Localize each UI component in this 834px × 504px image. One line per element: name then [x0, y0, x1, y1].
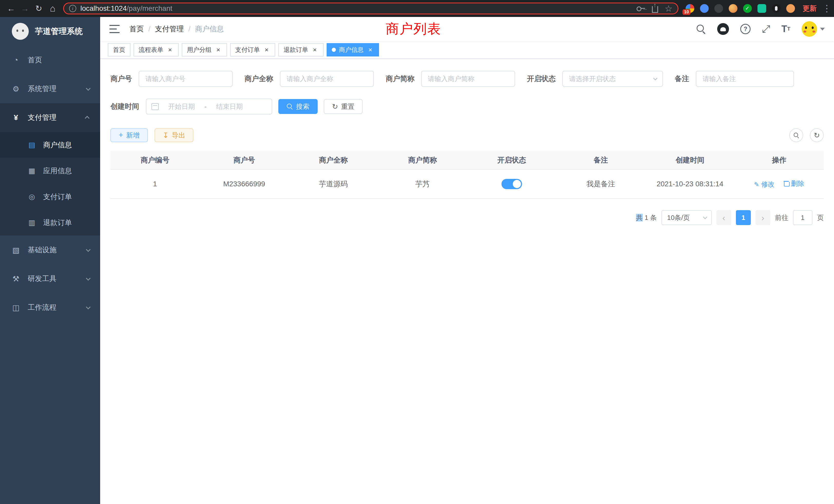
font-size-icon[interactable] — [781, 24, 790, 35]
search-icon[interactable] — [696, 24, 706, 34]
remark-input[interactable] — [696, 71, 794, 87]
cell-actions: 修改 删除 — [734, 169, 824, 199]
merchant-table: 商户编号 商户号 商户全称 商户简称 开启状态 备注 创建时间 操作 1 M23… — [110, 151, 824, 199]
close-icon[interactable] — [215, 46, 222, 53]
merchant-no-input[interactable] — [139, 71, 233, 87]
date-range-picker[interactable]: - — [146, 98, 272, 114]
breadcrumb-home[interactable]: 首页 — [129, 24, 144, 34]
search-icon — [287, 104, 293, 110]
close-icon[interactable] — [311, 46, 319, 53]
close-icon[interactable] — [167, 46, 174, 53]
workflow-icon — [11, 303, 21, 312]
extension-icon[interactable] — [700, 4, 709, 13]
fullscreen-icon[interactable] — [762, 23, 770, 35]
tab-refund-order[interactable]: 退款订单 — [278, 43, 324, 56]
dashboard-icon — [11, 56, 21, 64]
goto-page-input[interactable] — [793, 210, 812, 225]
refresh-table-button[interactable] — [810, 128, 824, 142]
app-logo[interactable]: 芋道管理系统 — [0, 17, 100, 46]
extension-icon[interactable] — [714, 4, 723, 13]
tab-merchant-info[interactable]: 商户信息 — [327, 43, 379, 56]
sidebar-item-app-info[interactable]: 应用信息 — [0, 158, 100, 184]
end-date-input[interactable] — [210, 102, 249, 111]
create-time-label: 创建时间 — [110, 101, 139, 111]
merchant-no-label: 商户号 — [110, 74, 132, 84]
col-actions: 操作 — [734, 151, 824, 169]
browser-reload-icon[interactable] — [32, 2, 46, 16]
sidebar-item-home[interactable]: 首页 — [0, 46, 100, 74]
cell-merchant-id: 1 — [110, 169, 199, 199]
tab-home[interactable]: 首页 — [108, 43, 130, 56]
close-icon[interactable] — [263, 46, 270, 53]
user-avatar-menu[interactable] — [802, 21, 825, 37]
export-button[interactable]: 导出 — [155, 128, 193, 142]
logo-avatar — [12, 23, 29, 40]
sidebar-item-dev-tools[interactable]: 研发工具 — [0, 264, 100, 293]
share-icon[interactable] — [652, 6, 658, 13]
yen-icon — [11, 113, 21, 122]
add-button[interactable]: 新增 — [110, 128, 148, 142]
browser-back-icon[interactable] — [4, 2, 18, 16]
extension-icon[interactable] — [743, 4, 752, 13]
status-select[interactable]: 请选择开启状态 — [562, 71, 663, 87]
tab-user-group[interactable]: 用户分组 — [182, 43, 227, 56]
extension-badge: 10 — [682, 9, 690, 15]
extension-icon[interactable] — [758, 4, 766, 13]
sidebar-item-system[interactable]: 系统管理 — [0, 74, 100, 103]
site-info-icon[interactable]: i — [69, 5, 76, 12]
profile-avatar-icon[interactable] — [786, 4, 795, 13]
breadcrumb-current: 商户信息 — [195, 24, 224, 34]
bookmark-star-icon[interactable] — [665, 3, 673, 14]
table-header-row: 商户编号 商户号 商户全称 商户简称 开启状态 备注 创建时间 操作 — [110, 151, 824, 169]
sidebar-item-payment[interactable]: 支付管理 — [0, 103, 100, 132]
sidebar-item-merchant-info[interactable]: 商户信息 — [0, 132, 100, 158]
chevron-down-icon — [86, 276, 90, 280]
extension-icon[interactable]: 10 — [686, 4, 694, 13]
next-page-button[interactable] — [755, 210, 770, 225]
collapse-sidebar-icon[interactable] — [109, 25, 120, 33]
address-bar[interactable]: i localhost:1024/pay/merchant — [63, 3, 678, 14]
start-date-input[interactable] — [162, 102, 201, 111]
trash-icon — [784, 180, 789, 187]
app-title: 芋道管理系统 — [35, 26, 83, 37]
page-number-button[interactable]: 1 — [736, 210, 751, 225]
tab-pay-order[interactable]: 支付订单 — [230, 43, 275, 56]
edit-link[interactable]: 修改 — [754, 180, 774, 189]
extension-icon[interactable] — [729, 4, 738, 13]
browser-forward-icon[interactable] — [18, 2, 32, 16]
col-short-name: 商户简称 — [378, 151, 467, 169]
browser-home-icon[interactable] — [46, 2, 60, 16]
extension-icon[interactable] — [772, 4, 781, 13]
help-icon[interactable]: ? — [740, 24, 750, 34]
infrastructure-icon — [11, 246, 21, 255]
search-button[interactable]: 搜索 — [278, 99, 317, 114]
page-size-select[interactable]: 10条/页 — [661, 210, 712, 225]
sidebar-item-infrastructure[interactable]: 基础设施 — [0, 235, 100, 264]
browser-menu-icon[interactable] — [822, 3, 830, 14]
chrome-update-button[interactable]: 更新 — [803, 4, 816, 13]
col-remark: 备注 — [556, 151, 645, 169]
toggle-search-button[interactable] — [789, 128, 803, 142]
reset-button[interactable]: 重置 — [324, 99, 363, 114]
red-annotation-text: 商户列表 — [386, 20, 441, 38]
browser-toolbar: i localhost:1024/pay/merchant 10 更新 — [0, 0, 834, 17]
password-key-icon[interactable] — [637, 6, 645, 11]
cell-merchant-no: M233666999 — [199, 169, 289, 199]
sidebar-item-pay-order[interactable]: 支付订单 — [0, 184, 100, 210]
status-label: 开启状态 — [527, 74, 556, 84]
chevron-down-icon — [86, 305, 90, 309]
full-name-input[interactable] — [280, 71, 374, 87]
short-name-input[interactable] — [421, 71, 515, 87]
refresh-icon — [332, 102, 338, 111]
status-toggle[interactable] — [502, 179, 522, 189]
github-icon[interactable] — [717, 23, 729, 35]
tab-process-form[interactable]: 流程表单 — [133, 43, 179, 56]
prev-page-button[interactable] — [717, 210, 731, 225]
delete-link[interactable]: 删除 — [784, 179, 804, 188]
top-header: 首页 / 支付管理 / 商户信息 商户列表 ? — [100, 17, 834, 41]
sidebar-item-refund-order[interactable]: 退款订单 — [0, 210, 100, 235]
breadcrumb-section[interactable]: 支付管理 — [155, 24, 184, 34]
close-icon[interactable] — [367, 46, 374, 53]
sidebar-item-workflow[interactable]: 工作流程 — [0, 293, 100, 322]
col-status: 开启状态 — [467, 151, 556, 169]
